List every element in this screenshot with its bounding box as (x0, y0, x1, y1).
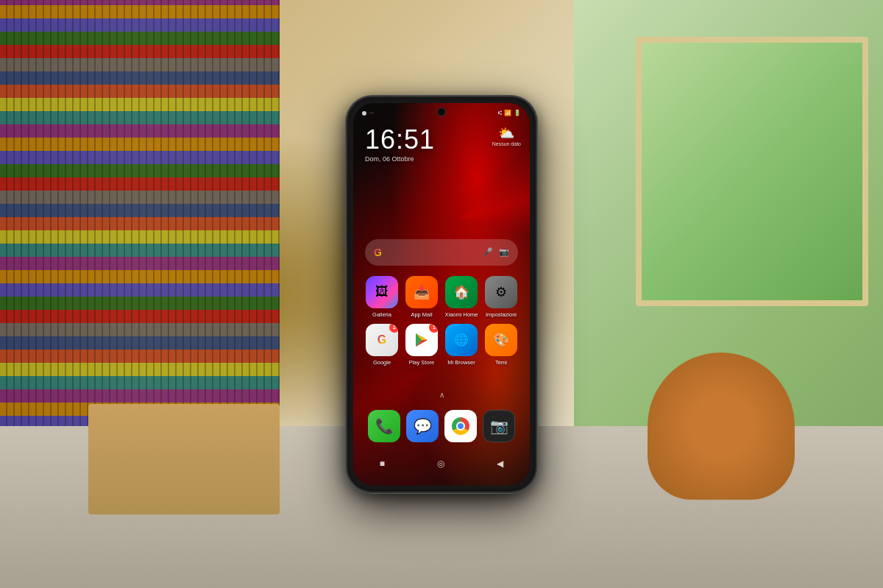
google-icon: G 2 (366, 324, 398, 356)
search-icons-group: 🎤 📷 (483, 247, 509, 257)
dock-camera[interactable]: 📷 (483, 410, 515, 442)
status-right: ⑆ 📶 🔋 (498, 110, 521, 116)
playstore-svg (414, 332, 430, 348)
mibrowser-label: Mi Browser (447, 359, 475, 366)
google-label: Google (373, 359, 391, 366)
temi-icon: 🎨 (485, 324, 517, 356)
google-badge: 2 (389, 324, 398, 333)
appmall-icon: 📥 (405, 276, 438, 308)
app-settings[interactable]: ⚙ Impostazio­ni (482, 276, 520, 318)
app-google[interactable]: G 2 Google (363, 324, 401, 366)
app-row-2: G 2 Google 1 (362, 324, 521, 366)
xiaomihome-icon: 🏠 (445, 276, 478, 308)
google-search-bar[interactable]: G 🎤 📷 (365, 239, 518, 266)
playstore-badge: 1 (429, 324, 438, 333)
app-galleria[interactable]: 🖼 Galleria (363, 276, 401, 318)
app-appmall[interactable]: 📥 App Mall (403, 276, 441, 318)
dock-chrome[interactable] (444, 410, 477, 442)
status-left: ··· (362, 110, 374, 116)
app-dock: 📞 💬 📷 (365, 407, 518, 445)
playstore-icon: 1 (405, 324, 438, 356)
volume-up-button[interactable] (346, 185, 347, 215)
mibrowser-icon: 🌐 (445, 324, 478, 356)
clock-date: Dom, 06 Ottobre (365, 155, 435, 163)
chair (648, 353, 795, 500)
volume-down-button[interactable] (346, 222, 347, 252)
voice-search-icon[interactable]: 🎤 (483, 247, 493, 257)
nav-back-button[interactable]: ◀ (497, 458, 503, 469)
playstore-label: Play Store (409, 359, 435, 366)
appmall-label: App Mall (411, 311, 432, 318)
weather-widget: ⛅ Nessun dato (492, 127, 521, 146)
app-mibrowser[interactable]: 🌐 Mi Browser (442, 324, 480, 366)
dock-arrow-up: ∧ (439, 391, 444, 399)
power-button[interactable] (536, 200, 537, 244)
lens-search-icon[interactable]: 📷 (499, 247, 509, 257)
weather-label: Nessun dato (492, 141, 521, 146)
notification-dots (362, 111, 366, 116)
galleria-icon: 🖼 (366, 276, 398, 308)
xiaomihome-label: Xiaomi Home (444, 311, 478, 318)
app-playstore[interactable]: 1 Play Store (403, 324, 441, 366)
nav-bar: ■ ◎ ◀ (353, 449, 530, 478)
cabinet (88, 404, 280, 514)
nav-home-button[interactable]: ◎ (437, 458, 444, 469)
app-xiaomihome[interactable]: 🏠 Xiaomi Home (442, 276, 480, 318)
status-dots-text: ··· (369, 110, 374, 116)
app-temi[interactable]: 🎨 Temi (482, 324, 520, 366)
front-camera (437, 107, 446, 116)
battery-icon: 🔋 (514, 110, 521, 116)
nav-recents-button[interactable]: ■ (380, 458, 385, 469)
temi-label: Temi (495, 359, 507, 366)
chrome-icon-graphic (452, 417, 469, 435)
galleria-label: Galleria (372, 311, 391, 318)
bluetooth-icon: ⑆ (498, 110, 502, 116)
weather-icon: ⛅ (492, 127, 521, 140)
google-g-logo: G (374, 247, 382, 258)
phone-device: ··· ⑆ 📶 🔋 16:51 Dom, 06 Ottobre ⛅ Nessun… (346, 96, 537, 493)
phone-screen: ··· ⑆ 📶 🔋 16:51 Dom, 06 Ottobre ⛅ Nessun… (353, 103, 530, 486)
phone-body: ··· ⑆ 📶 🔋 16:51 Dom, 06 Ottobre ⛅ Nessun… (346, 96, 537, 493)
clock-widget: 16:51 Dom, 06 Ottobre (365, 125, 435, 163)
dock-phone[interactable]: 📞 (368, 410, 400, 442)
dock-messages[interactable]: 💬 (406, 410, 439, 442)
wifi-icon: 📶 (504, 110, 511, 116)
app-grid: 🖼 Galleria 📥 App Mall 🏠 (362, 276, 521, 372)
settings-label: Impostazio­ni (486, 311, 517, 318)
clock-time: 16:51 (365, 125, 435, 155)
settings-icon: ⚙ (485, 276, 517, 308)
app-row-1: 🖼 Galleria 📥 App Mall 🏠 (362, 276, 521, 318)
